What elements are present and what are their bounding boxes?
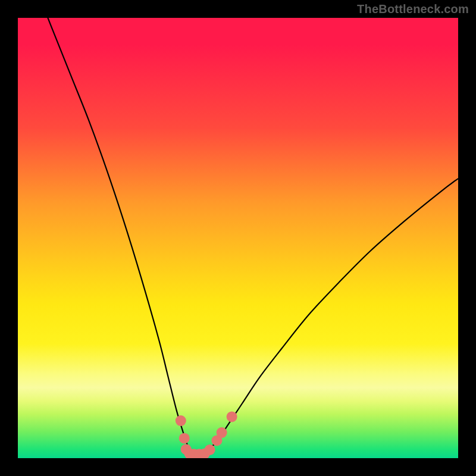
chart-svg xyxy=(18,18,458,458)
watermark-text: TheBottleneck.com xyxy=(357,2,469,16)
bottleneck-curve xyxy=(18,18,458,455)
data-marker xyxy=(179,433,190,444)
marker-group xyxy=(176,411,237,458)
data-marker xyxy=(217,427,227,438)
data-marker xyxy=(176,415,186,426)
chart-frame: TheBottleneck.com xyxy=(0,0,476,476)
data-marker xyxy=(205,444,215,455)
plot-area xyxy=(18,18,458,458)
data-marker xyxy=(227,411,237,422)
